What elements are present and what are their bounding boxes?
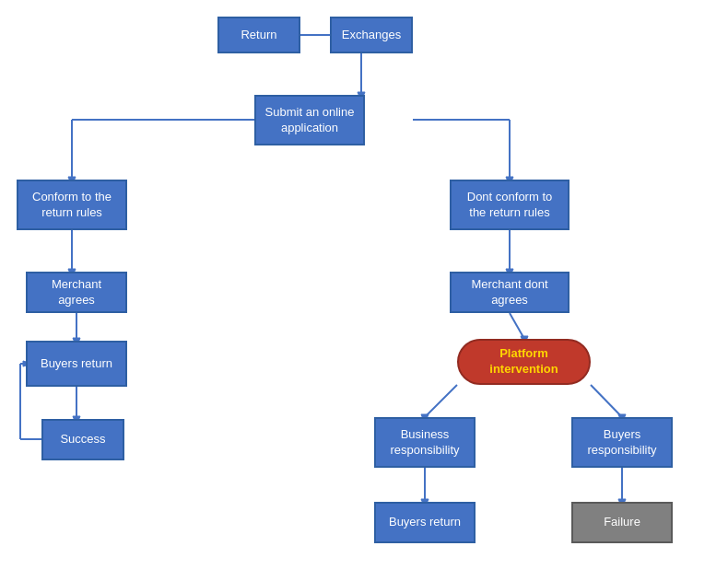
buyers-return-mid-node: Buyers return <box>374 502 476 543</box>
return-node: Return <box>217 17 300 53</box>
svg-line-27 <box>591 385 622 417</box>
buyers-resp-node: Buyers responsibility <box>571 417 673 468</box>
merchant-agrees-node: Merchant agrees <box>26 272 127 313</box>
buyers-return-left-node: Buyers return <box>26 341 127 387</box>
success-node: Success <box>41 419 124 460</box>
business-resp-node: Business responsibility <box>374 417 476 468</box>
failure-node: Failure <box>571 502 673 543</box>
flowchart-diagram: Return Exchanges Submit an online applic… <box>0 0 728 581</box>
svg-line-25 <box>425 385 457 417</box>
svg-line-23 <box>510 313 524 339</box>
merchant-dont-node: Merchant dont agrees <box>450 272 569 313</box>
platform-node: Platform intervention <box>457 339 591 385</box>
conform-node: Conform to the return rules <box>17 180 127 230</box>
submit-node: Submit an online application <box>254 95 365 145</box>
dont-conform-node: Dont conform to the return rules <box>450 180 569 230</box>
exchanges-node: Exchanges <box>330 17 413 53</box>
